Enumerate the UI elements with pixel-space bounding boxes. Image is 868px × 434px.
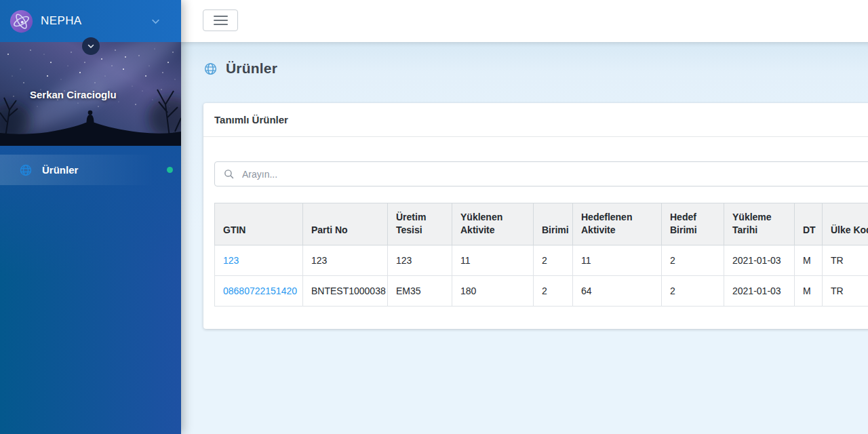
cell-ulke-kodu: TR (823, 276, 868, 307)
column-header-dt: DT (795, 203, 823, 245)
gtin-link[interactable]: 08680722151420 (223, 285, 297, 296)
content-area: Ürünler Tanımlı Ürünler (181, 42, 868, 434)
card-body: GTIN Parti No Üretim Tesisi Yüklenen Akt… (203, 137, 868, 329)
column-header-uretim-tesisi: Üretim Tesisi (388, 203, 452, 245)
app-window: NEPHA (0, 0, 868, 434)
sidebar-header: NEPHA (0, 0, 181, 42)
card-title: Tanımlı Ürünler (203, 103, 868, 137)
cell-hedef-birimi: 2 (662, 245, 724, 276)
globe-icon (19, 163, 33, 177)
column-header-birimi: Birimi (534, 203, 573, 245)
sidebar-item-label: Ürünler (42, 164, 78, 176)
page-title-text: Ürünler (226, 60, 277, 77)
sidebar-item-urunler[interactable]: Ürünler (0, 155, 181, 185)
user-name: Serkan Ciracioglu (30, 89, 117, 100)
search-input[interactable] (242, 169, 868, 180)
column-header-gtin: GTIN (215, 203, 303, 245)
user-panel-collapse-button[interactable] (82, 37, 100, 55)
chevron-down-icon (87, 42, 95, 50)
search-box (214, 161, 868, 186)
sidebar-chevron-down-icon[interactable] (151, 16, 161, 26)
cell-hedeflenen-aktivite: 64 (573, 276, 662, 307)
cell-yukleme-tarihi: 2021-01-03 (724, 245, 795, 276)
products-table: GTIN Parti No Üretim Tesisi Yüklenen Akt… (214, 203, 868, 307)
cell-birimi: 2 (534, 245, 573, 276)
gtin-link[interactable]: 123 (223, 255, 239, 266)
page-title: Ürünler (203, 60, 868, 77)
table-row: 08680722151420 BNTEST1000038 EM35 180 2 … (215, 276, 868, 307)
sidebar-nav: Ürünler (0, 146, 181, 434)
cell-yuklenen-aktivite: 11 (452, 245, 534, 276)
products-card: Tanımlı Ürünler (203, 103, 868, 329)
sidebar: NEPHA (0, 0, 181, 434)
table-row: 123 123 123 11 2 11 2 2021-01-03 M TR (215, 245, 868, 276)
cell-dt: M (795, 276, 823, 307)
column-header-parti-no: Parti No (303, 203, 388, 245)
main-area: Ürünler Tanımlı Ürünler (181, 0, 868, 434)
cell-parti-no: BNTEST1000038 (303, 276, 388, 307)
cell-ulke-kodu: TR (823, 245, 868, 276)
column-header-ulke-kodu: Ülke Kodu (823, 203, 868, 245)
cell-hedef-birimi: 2 (662, 276, 724, 307)
column-header-yukleme-tarihi: Yükleme Tarihi (724, 203, 795, 245)
column-header-yuklenen-aktivite: Yüklenen Aktivite (452, 203, 534, 245)
table-header-row: GTIN Parti No Üretim Tesisi Yüklenen Akt… (215, 203, 868, 245)
cell-yukleme-tarihi: 2021-01-03 (724, 276, 795, 307)
search-icon (223, 168, 235, 180)
globe-icon (203, 62, 218, 76)
column-header-hedeflenen-aktivite: Hedeflenen Aktivite (573, 203, 662, 245)
status-dot (167, 167, 173, 173)
cell-uretim-tesisi: EM35 (388, 276, 452, 307)
cell-hedeflenen-aktivite: 11 (573, 245, 662, 276)
topbar (181, 0, 868, 42)
brand-atom-icon (9, 9, 33, 33)
cell-parti-no: 123 (303, 245, 388, 276)
column-header-hedef-birimi: Hedef Birimi (662, 203, 724, 245)
hamburger-icon (214, 16, 228, 17)
brand-title: NEPHA (41, 14, 82, 28)
user-panel: Serkan Ciracioglu (0, 42, 181, 146)
sidebar-toggle-button[interactable] (203, 9, 238, 31)
cell-birimi: 2 (534, 276, 573, 307)
cell-dt: M (795, 245, 823, 276)
cell-uretim-tesisi: 123 (388, 245, 452, 276)
cell-yuklenen-aktivite: 180 (452, 276, 534, 307)
